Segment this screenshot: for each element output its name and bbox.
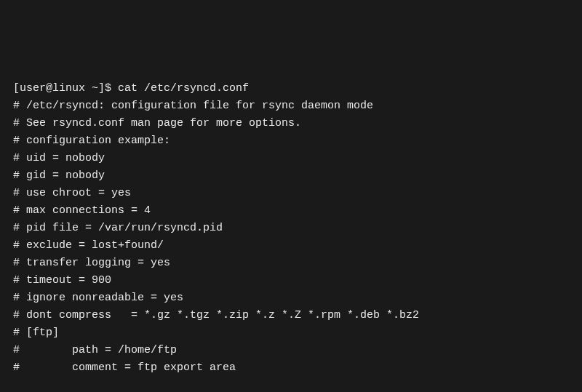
output-line: # configuration example: (13, 132, 569, 150)
command-line[interactable]: [user@linux ~]$ cat /etc/rsyncd.conf (13, 80, 569, 97)
output-line: # exclude = lost+found/ (13, 237, 569, 255)
output-line: # path = /home/ftp (13, 342, 569, 359)
output-line: # dont compress = *.gz *.tgz *.zip *.z *… (13, 307, 569, 324)
shell-prompt: [user@linux ~]$ (13, 82, 118, 95)
output-line: # transfer logging = yes (13, 255, 569, 272)
output-line: # comment = ftp export area (13, 359, 569, 377)
output-line: # max connections = 4 (13, 202, 569, 220)
output-line: # See rsyncd.conf man page for more opti… (13, 115, 569, 132)
output-line: # timeout = 900 (13, 272, 569, 289)
output-line: # pid file = /var/run/rsyncd.pid (13, 220, 569, 237)
output-line: # /etc/rsyncd: configuration file for rs… (13, 97, 569, 115)
output-line: # ignore nonreadable = yes (13, 289, 569, 307)
output-line: # [ftp] (13, 324, 569, 342)
output-line: # use chroot = yes (13, 185, 569, 202)
command-text: cat /etc/rsyncd.conf (118, 82, 249, 95)
output-line: # uid = nobody (13, 150, 569, 167)
output-line: # gid = nobody (13, 167, 569, 185)
